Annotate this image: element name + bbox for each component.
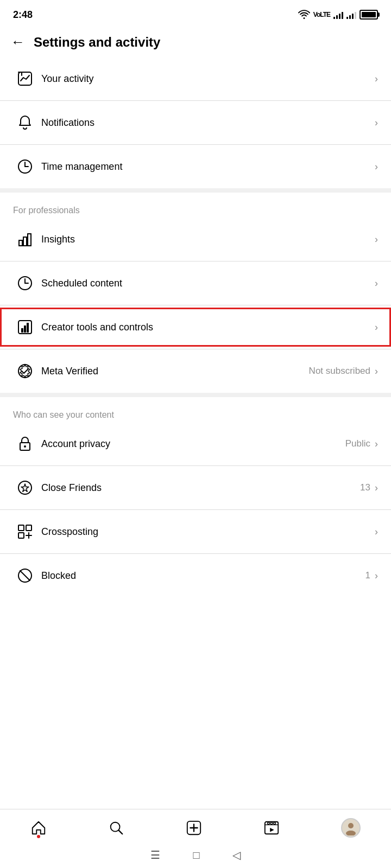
meta-verified-value: Not subscribed xyxy=(309,366,370,376)
chevron-right-icon: › xyxy=(375,234,378,245)
svg-rect-30 xyxy=(265,822,278,834)
svg-rect-20 xyxy=(18,533,24,538)
svg-line-24 xyxy=(20,571,30,580)
activity-icon xyxy=(13,70,37,87)
chevron-right-icon: › xyxy=(375,570,378,582)
menu-item-account-privacy[interactable]: Account privacy Public › xyxy=(0,424,391,463)
plus-square-icon xyxy=(186,820,202,836)
chevron-right-icon: › xyxy=(375,73,378,85)
meta-verified-label: Meta Verified xyxy=(41,366,309,377)
android-menu-btn[interactable]: ☰ xyxy=(150,848,160,861)
wifi-icon xyxy=(298,10,310,20)
insights-label: Insights xyxy=(41,234,375,245)
search-icon xyxy=(108,820,124,836)
main-settings-group: Your activity › Notifications › Time man… xyxy=(0,59,391,186)
chevron-right-icon: › xyxy=(375,322,378,333)
time-management-label: Time management xyxy=(41,161,375,173)
home-icon xyxy=(30,820,47,836)
svg-point-32 xyxy=(267,822,269,825)
reels-icon xyxy=(263,820,280,836)
signal-icon-1 xyxy=(333,10,343,19)
section-divider-mid xyxy=(0,393,391,397)
android-home-btn[interactable]: □ xyxy=(193,849,199,861)
chevron-right-icon: › xyxy=(375,438,378,450)
svg-rect-18 xyxy=(18,525,24,531)
content-visibility-group: Account privacy Public › Close Friends 1… xyxy=(0,424,391,595)
svg-point-36 xyxy=(346,831,356,835)
back-button[interactable]: ← xyxy=(11,34,25,50)
status-icons: VoLTE xyxy=(298,10,378,20)
clock-icon xyxy=(13,158,37,175)
svg-point-16 xyxy=(24,445,26,448)
signal-icon-2 xyxy=(346,10,356,19)
menu-item-creator-tools[interactable]: Creator tools and controls › xyxy=(0,308,391,347)
menu-item-insights[interactable]: Insights › xyxy=(0,220,391,259)
nav-profile[interactable] xyxy=(341,818,361,838)
nav-create[interactable] xyxy=(186,820,202,836)
creator-tools-label: Creator tools and controls xyxy=(41,322,375,333)
android-nav-bar: ☰ □ ◁ xyxy=(0,844,391,868)
star-circle-icon xyxy=(13,479,37,496)
status-bar: 2:48 VoLTE xyxy=(0,0,391,27)
divider-5 xyxy=(0,349,391,349)
crossposting-label: Crossposting xyxy=(41,526,375,538)
divider-1 xyxy=(0,100,391,101)
nav-search[interactable] xyxy=(108,820,124,836)
divider-8 xyxy=(0,553,391,554)
account-privacy-label: Account privacy xyxy=(41,438,345,450)
svg-point-35 xyxy=(348,823,354,828)
svg-rect-11 xyxy=(21,328,23,333)
menu-item-time-management[interactable]: Time management › xyxy=(0,147,391,186)
scheduled-content-label: Scheduled content xyxy=(41,278,375,289)
your-activity-label: Your activity xyxy=(41,73,375,85)
divider-4 xyxy=(0,305,391,305)
chevron-right-icon: › xyxy=(375,117,378,129)
blocked-icon xyxy=(13,567,37,584)
svg-rect-4 xyxy=(19,240,22,246)
lock-icon xyxy=(13,435,37,452)
svg-rect-19 xyxy=(26,525,31,531)
scheduled-icon xyxy=(13,275,37,292)
menu-item-your-activity[interactable]: Your activity › xyxy=(0,59,391,98)
bell-icon xyxy=(13,114,37,131)
header: ← Settings and activity xyxy=(0,27,391,59)
android-back-btn[interactable]: ◁ xyxy=(232,848,241,861)
battery-icon xyxy=(360,10,378,20)
volte-icon: VoLTE xyxy=(313,11,330,18)
profile-avatar xyxy=(341,818,361,838)
section-divider-top xyxy=(0,188,391,193)
badge-icon xyxy=(13,362,37,380)
status-time: 2:48 xyxy=(13,9,33,21)
bar-chart-icon xyxy=(13,231,37,248)
divider-2 xyxy=(0,144,391,145)
svg-rect-12 xyxy=(24,326,26,333)
menu-item-notifications[interactable]: Notifications › xyxy=(0,103,391,142)
nav-home[interactable] xyxy=(30,820,47,836)
page-title: Settings and activity xyxy=(34,35,160,50)
svg-point-17 xyxy=(18,481,31,494)
chevron-right-icon: › xyxy=(375,482,378,494)
svg-point-33 xyxy=(270,822,273,825)
svg-point-14 xyxy=(18,365,31,378)
nav-reels[interactable] xyxy=(263,820,280,836)
menu-item-scheduled-content[interactable]: Scheduled content › xyxy=(0,264,391,303)
notifications-label: Notifications xyxy=(41,117,375,129)
menu-item-close-friends[interactable]: Close Friends 13 › xyxy=(0,468,391,507)
grid-plus-icon xyxy=(13,523,37,540)
svg-rect-6 xyxy=(28,234,31,246)
svg-point-34 xyxy=(274,822,276,825)
blocked-value: 1 xyxy=(365,570,370,581)
svg-rect-13 xyxy=(27,323,29,333)
section-content-label: Who can see your content xyxy=(0,399,391,424)
nav-items xyxy=(0,809,391,844)
menu-item-blocked[interactable]: Blocked 1 › xyxy=(0,556,391,595)
svg-line-26 xyxy=(119,831,123,834)
chevron-right-icon: › xyxy=(375,161,378,173)
menu-item-meta-verified[interactable]: Meta Verified Not subscribed › xyxy=(0,352,391,391)
menu-item-crossposting[interactable]: Crossposting › xyxy=(0,512,391,551)
chevron-right-icon: › xyxy=(375,366,378,377)
divider-7 xyxy=(0,509,391,510)
professionals-group: Insights › Scheduled content › Creator t… xyxy=(0,220,391,391)
home-notification-dot xyxy=(37,835,40,838)
chevron-right-icon: › xyxy=(375,278,378,289)
